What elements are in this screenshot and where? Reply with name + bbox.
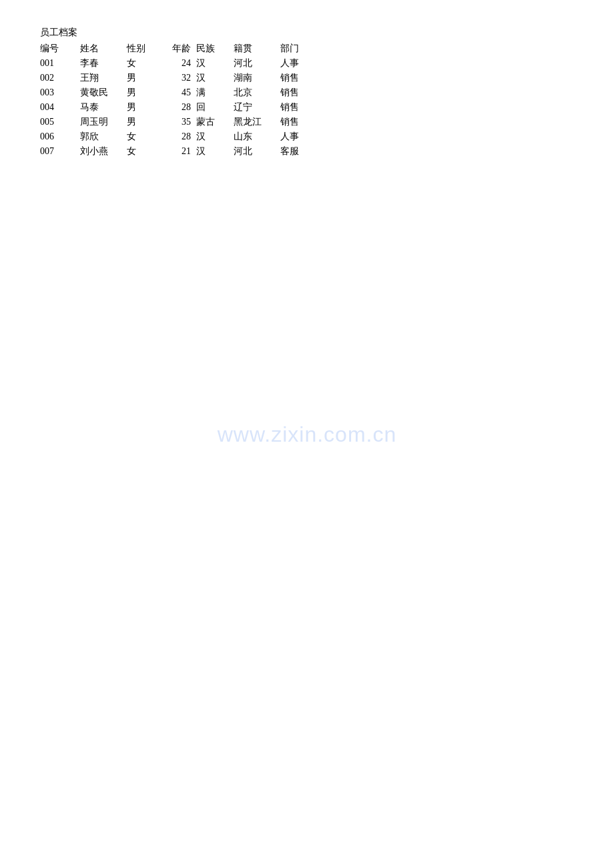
header-id: 编号 xyxy=(40,41,80,56)
table-cell: 24 xyxy=(160,56,194,71)
table-row: 003黄敬民男45满北京销售 xyxy=(40,85,314,100)
table-cell: 汉 xyxy=(194,56,234,71)
header-dept: 部门 xyxy=(280,41,314,56)
table-cell: 003 xyxy=(40,85,80,100)
table-cell: 刘小燕 xyxy=(80,144,127,159)
table-cell: 35 xyxy=(160,115,194,129)
page-content: 员工档案 编号 姓名 性别 年龄 民族 籍贯 部门 001李春女24汉河北人事0… xyxy=(0,0,614,185)
table-row: 001李春女24汉河北人事 xyxy=(40,56,314,71)
table-cell: 汉 xyxy=(194,71,234,85)
table-cell: 女 xyxy=(127,56,160,71)
table-cell: 男 xyxy=(127,115,160,129)
table-cell: 满 xyxy=(194,85,234,100)
header-gender: 性别 xyxy=(127,41,160,56)
table-cell: 28 xyxy=(160,129,194,144)
table-cell: 销售 xyxy=(280,100,314,115)
table-header-row: 编号 姓名 性别 年龄 民族 籍贯 部门 xyxy=(40,41,314,56)
table-cell: 005 xyxy=(40,115,80,129)
table-cell: 男 xyxy=(127,85,160,100)
table-cell: 人事 xyxy=(280,129,314,144)
table-cell: 销售 xyxy=(280,85,314,100)
table-cell: 河北 xyxy=(234,56,280,71)
table-cell: 辽宁 xyxy=(234,100,280,115)
employee-table: 编号 姓名 性别 年龄 民族 籍贯 部门 001李春女24汉河北人事002王翔男… xyxy=(40,41,314,159)
table-cell: 007 xyxy=(40,144,80,159)
table-cell: 销售 xyxy=(280,115,314,129)
header-ethnicity: 民族 xyxy=(194,41,234,56)
table-cell: 001 xyxy=(40,56,80,71)
table-row: 002王翔男32汉湖南销售 xyxy=(40,71,314,85)
table-cell: 马泰 xyxy=(80,100,127,115)
table-cell: 男 xyxy=(127,71,160,85)
table-cell: 王翔 xyxy=(80,71,127,85)
table-cell: 004 xyxy=(40,100,80,115)
table-cell: 45 xyxy=(160,85,194,100)
table-cell: 28 xyxy=(160,100,194,115)
watermark: www.zixin.com.cn xyxy=(218,422,397,446)
header-hometown: 籍贯 xyxy=(234,41,280,56)
table-cell: 李春 xyxy=(80,56,127,71)
table-row: 005周玉明男35蒙古黑龙江销售 xyxy=(40,115,314,129)
table-cell: 客服 xyxy=(280,144,314,159)
table-row: 004马泰男28回辽宁销售 xyxy=(40,100,314,115)
table-cell: 女 xyxy=(127,129,160,144)
table-cell: 006 xyxy=(40,129,80,144)
header-age: 年龄 xyxy=(160,41,194,56)
table-cell: 河北 xyxy=(234,144,280,159)
table-row: 007刘小燕女21汉河北客服 xyxy=(40,144,314,159)
table-cell: 21 xyxy=(160,144,194,159)
table-cell: 32 xyxy=(160,71,194,85)
page-title: 员工档案 xyxy=(40,27,574,39)
table-cell: 湖南 xyxy=(234,71,280,85)
table-cell: 汉 xyxy=(194,129,234,144)
table-cell: 002 xyxy=(40,71,80,85)
table-cell: 黑龙江 xyxy=(234,115,280,129)
table-cell: 销售 xyxy=(280,71,314,85)
table-cell: 蒙古 xyxy=(194,115,234,129)
table-cell: 汉 xyxy=(194,144,234,159)
table-cell: 人事 xyxy=(280,56,314,71)
table-cell: 郭欣 xyxy=(80,129,127,144)
table-cell: 女 xyxy=(127,144,160,159)
table-cell: 北京 xyxy=(234,85,280,100)
table-cell: 山东 xyxy=(234,129,280,144)
table-cell: 周玉明 xyxy=(80,115,127,129)
header-name: 姓名 xyxy=(80,41,127,56)
table-row: 006郭欣女28汉山东人事 xyxy=(40,129,314,144)
table-cell: 黄敬民 xyxy=(80,85,127,100)
table-cell: 回 xyxy=(194,100,234,115)
table-container: 编号 姓名 性别 年龄 民族 籍贯 部门 001李春女24汉河北人事002王翔男… xyxy=(40,41,574,159)
table-cell: 男 xyxy=(127,100,160,115)
